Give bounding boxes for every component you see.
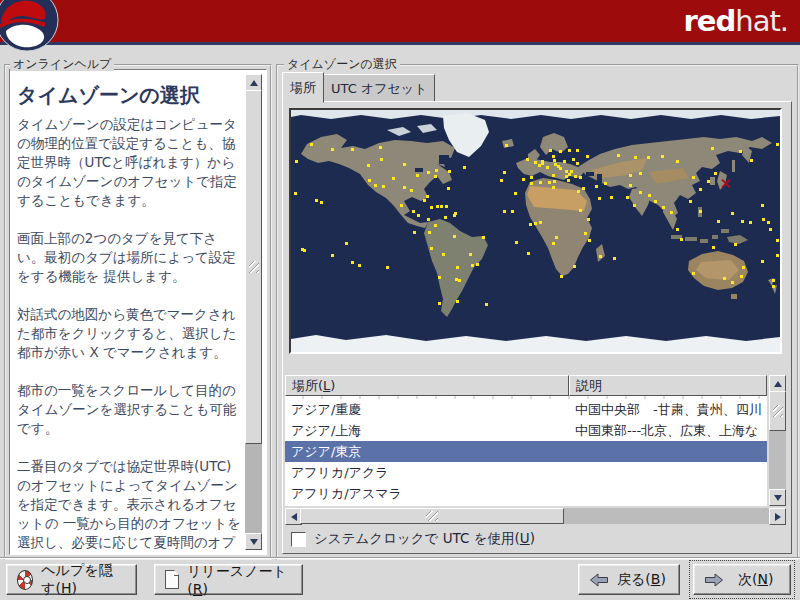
city-dot[interactable] <box>552 186 555 189</box>
list-vscroll-thumb[interactable] <box>769 391 786 431</box>
city-dot[interactable] <box>503 210 506 213</box>
city-dot[interactable] <box>647 156 650 159</box>
city-dot[interactable] <box>529 223 532 226</box>
city-dot[interactable] <box>552 242 555 245</box>
city-dot[interactable] <box>534 222 537 225</box>
city-dot[interactable] <box>717 220 720 223</box>
city-dot[interactable] <box>750 159 753 162</box>
city-dot[interactable] <box>563 160 566 163</box>
release-notes-button[interactable]: リリースノート(R) <box>154 564 303 595</box>
city-dot[interactable] <box>572 158 575 161</box>
city-dot[interactable] <box>331 148 334 151</box>
city-dot[interactable] <box>582 187 585 190</box>
city-dot[interactable] <box>767 221 770 224</box>
city-dot[interactable] <box>456 266 459 269</box>
city-dot[interactable] <box>482 236 485 239</box>
city-dot[interactable] <box>749 221 752 224</box>
timezone-row[interactable]: アジア/上海中国東部---北京、広東、上海な <box>285 420 767 441</box>
city-dot[interactable] <box>555 236 558 239</box>
city-dot[interactable] <box>731 281 734 284</box>
city-dot[interactable] <box>315 199 318 202</box>
city-dot[interactable] <box>711 147 714 150</box>
list-scroll-down-button[interactable] <box>769 489 786 506</box>
city-dot[interactable] <box>438 276 441 279</box>
city-dot[interactable] <box>436 205 439 208</box>
city-dot[interactable] <box>579 176 582 179</box>
list-scroll-right-button[interactable] <box>769 508 786 525</box>
city-dot[interactable] <box>456 300 459 303</box>
help-scroll-up-button[interactable] <box>245 74 262 91</box>
city-dot[interactable] <box>403 163 406 166</box>
city-dot[interactable] <box>604 182 607 185</box>
city-dot[interactable] <box>629 184 632 187</box>
city-dot[interactable] <box>712 246 715 249</box>
city-dot[interactable] <box>331 254 334 257</box>
city-dot[interactable] <box>500 179 503 182</box>
city-dot[interactable] <box>444 216 447 219</box>
timezone-list-vscrollbar[interactable] <box>769 375 786 506</box>
city-dot[interactable] <box>386 266 389 269</box>
city-dot[interactable] <box>426 195 429 198</box>
city-dot[interactable] <box>553 180 556 183</box>
next-button[interactable]: 次(N) <box>693 564 791 595</box>
city-dot[interactable] <box>400 204 403 207</box>
city-dot[interactable] <box>692 272 695 275</box>
city-dot[interactable] <box>458 279 461 282</box>
city-dot[interactable] <box>530 176 533 179</box>
city-dot[interactable] <box>294 192 297 195</box>
city-dot[interactable] <box>723 277 726 280</box>
city-dot[interactable] <box>548 181 551 184</box>
city-dot[interactable] <box>731 212 734 215</box>
city-dot[interactable] <box>541 162 544 165</box>
city-dot[interactable] <box>403 186 406 189</box>
help-scroll-down-button[interactable] <box>245 533 262 550</box>
city-dot[interactable] <box>761 260 764 263</box>
city-dot[interactable] <box>435 169 438 172</box>
city-dot[interactable] <box>522 178 525 181</box>
city-dot[interactable] <box>648 194 651 197</box>
timezone-row[interactable]: アジア/東京 <box>285 441 767 462</box>
city-dot[interactable] <box>587 218 590 221</box>
world-map[interactable] <box>289 108 782 354</box>
city-dot[interactable] <box>534 161 537 164</box>
city-dot[interactable] <box>430 206 433 209</box>
city-dot[interactable] <box>463 166 466 169</box>
timezone-row[interactable]: アフリカ/アクラ <box>285 462 767 483</box>
back-button[interactable]: 戻る(B) <box>578 564 680 595</box>
city-dot[interactable] <box>392 177 395 180</box>
city-dot[interactable] <box>772 285 775 288</box>
city-dot[interactable] <box>471 264 474 267</box>
city-dot[interactable] <box>579 209 582 212</box>
city-dot[interactable] <box>553 159 556 162</box>
utc-checkbox[interactable] <box>291 532 306 547</box>
city-dot[interactable] <box>634 156 637 159</box>
city-dot[interactable] <box>554 163 557 166</box>
column-header-location[interactable]: 場所(L) <box>285 375 569 396</box>
city-dot[interactable] <box>586 155 589 158</box>
utc-checkbox-row[interactable]: システムクロックで UTC を使用(U) <box>291 530 535 548</box>
city-dot[interactable] <box>707 180 710 183</box>
list-scroll-up-button[interactable] <box>769 375 786 392</box>
city-dot[interactable] <box>413 231 416 234</box>
city-dot[interactable] <box>776 143 779 146</box>
city-dot[interactable] <box>511 210 514 213</box>
city-dot[interactable] <box>584 232 587 235</box>
city-dot[interactable] <box>559 150 562 153</box>
city-dot[interactable] <box>442 253 445 256</box>
city-dot[interactable] <box>739 150 742 153</box>
city-dot[interactable] <box>434 224 437 227</box>
city-dot[interactable] <box>689 200 692 203</box>
city-dot[interactable] <box>633 204 636 207</box>
city-dot[interactable] <box>741 220 744 223</box>
city-dot[interactable] <box>447 187 450 190</box>
city-dot[interactable] <box>527 252 530 255</box>
city-dot[interactable] <box>588 239 591 242</box>
city-dot[interactable] <box>453 235 456 238</box>
list-hscroll-thumb[interactable] <box>300 508 564 524</box>
city-dot[interactable] <box>552 174 555 177</box>
city-dot[interactable] <box>654 200 657 203</box>
city-dot[interactable] <box>448 170 451 173</box>
city-dot[interactable] <box>574 175 577 178</box>
tab-location[interactable]: 場所 <box>282 72 324 103</box>
city-dot[interactable] <box>505 144 508 147</box>
